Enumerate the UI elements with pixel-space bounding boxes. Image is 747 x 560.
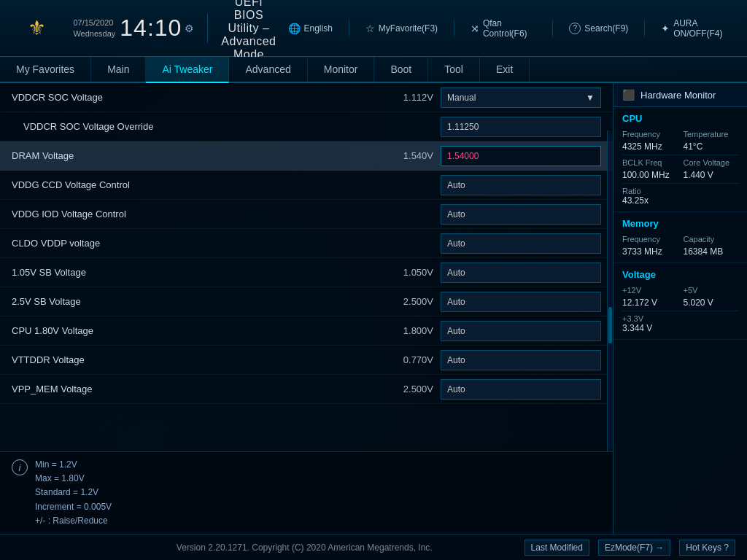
setting-value-dram: 1.540V bbox=[382, 150, 433, 161]
setting-label-vddcr-override: VDDCR SOC Voltage Override bbox=[12, 121, 382, 132]
settings-list: VDDCR SOC Voltage 1.112V Manual ▼ VDDCR … bbox=[0, 83, 613, 451]
nav-ai-tweaker[interactable]: Ai Tweaker bbox=[146, 57, 229, 83]
nav-tool[interactable]: Tool bbox=[428, 57, 480, 82]
core-voltage-value: 1.440 V bbox=[684, 170, 739, 180]
logo-area: ⚜ bbox=[7, 18, 66, 39]
aura-btn[interactable]: ✦ AURA ON/OFF(F4) bbox=[657, 16, 740, 41]
info-text: Min = 1.2V Max = 1.80V Standard = 1.2V I… bbox=[35, 458, 112, 528]
qfan-label: Qfan Control(F6) bbox=[483, 18, 537, 39]
v12-label: +12V bbox=[622, 286, 678, 295]
qfan-btn[interactable]: ⤨ Qfan Control(F6) bbox=[466, 16, 541, 41]
search-icon: ? bbox=[569, 23, 581, 34]
table-row: DRAM Voltage 1.540V 1.54000 bbox=[0, 141, 613, 171]
table-row: 1.05V SB Voltage 1.050V Auto bbox=[0, 258, 613, 287]
setting-label-dram: DRAM Voltage bbox=[12, 150, 382, 161]
top-controls: 🌐 English ☆ MyFavorite(F3) ⤨ Qfan Contro… bbox=[284, 16, 740, 41]
table-row: 2.5V SB Voltage 2.500V Auto bbox=[0, 287, 613, 316]
bclk-value: 100.00 MHz bbox=[622, 170, 678, 180]
setting-value-vddcr-soc: 1.112V bbox=[382, 92, 433, 103]
sb-1v05-input[interactable]: Auto bbox=[441, 262, 601, 283]
language-icon: 🌐 bbox=[288, 23, 301, 34]
hot-keys-btn[interactable]: Hot Keys ? bbox=[679, 540, 735, 556]
vddcr-soc-select[interactable]: Manual ▼ bbox=[441, 88, 601, 108]
content-area: VDDCR SOC Voltage 1.112V Manual ▼ VDDCR … bbox=[0, 83, 613, 534]
search-label: Search(F9) bbox=[584, 23, 628, 34]
mem-freq-value: 3733 MHz bbox=[622, 246, 678, 257]
language-btn[interactable]: 🌐 English bbox=[284, 20, 337, 36]
cpu-freq-label: Frequency bbox=[622, 130, 678, 139]
info-icon: i bbox=[12, 459, 28, 475]
mem-capacity-value: 16384 MB bbox=[684, 246, 739, 257]
cpu-temp-value: 41°C bbox=[684, 141, 739, 152]
settings-small-icon[interactable]: ⚙ bbox=[185, 23, 194, 34]
memory-grid: Frequency Capacity 3733 MHz 16384 MB bbox=[622, 235, 738, 257]
ratio-value: 43.25x bbox=[622, 195, 738, 206]
setting-label-vddg-ccd: VDDG CCD Voltage Control bbox=[12, 179, 382, 190]
v33-label: +3.3V bbox=[622, 314, 738, 323]
aura-label: AURA ON/OFF(F4) bbox=[673, 18, 735, 39]
myfavorite-btn[interactable]: ☆ MyFavorite(F3) bbox=[361, 20, 442, 36]
mem-capacity-label: Capacity bbox=[684, 235, 739, 244]
nav-advanced[interactable]: Advanced bbox=[229, 57, 307, 82]
cpu-grid: Frequency Temperature 4325 MHz 41°C bbox=[622, 130, 738, 152]
nav-exit[interactable]: Exit bbox=[480, 57, 530, 82]
nav-bar: My Favorites Main Ai Tweaker Advanced Mo… bbox=[0, 57, 747, 83]
cldo-input[interactable]: Auto bbox=[441, 233, 601, 254]
nav-monitor[interactable]: Monitor bbox=[308, 57, 375, 82]
table-row: VDDCR SOC Voltage 1.112V Manual ▼ bbox=[0, 83, 613, 112]
cpu-grid-2: BCLK Freq Core Voltage 100.00 MHz 1.440 … bbox=[622, 158, 738, 180]
setting-label-vttddr: VTTDDR Voltage bbox=[12, 354, 382, 365]
cpu-1v8-input[interactable]: Auto bbox=[441, 321, 601, 341]
bottom-bar: Version 2.20.1271. Copyright (C) 2020 Am… bbox=[0, 534, 747, 560]
table-row: VTTDDR Voltage 0.770V Auto bbox=[0, 346, 613, 375]
v5-label: +5V bbox=[684, 286, 739, 295]
nav-main[interactable]: Main bbox=[91, 57, 146, 82]
setting-label-vddg-iod: VDDG IOD Voltage Control bbox=[12, 209, 382, 219]
v33-value: 3.344 V bbox=[622, 323, 738, 333]
scrollbar-thumb[interactable] bbox=[608, 307, 612, 343]
table-row: CLDO VDDP voltage Auto bbox=[0, 229, 613, 258]
search-btn[interactable]: ? Search(F9) bbox=[565, 20, 632, 36]
table-row: VDDG IOD Voltage Control Auto bbox=[0, 200, 613, 229]
main-layout: VDDCR SOC Voltage 1.112V Manual ▼ VDDCR … bbox=[0, 83, 747, 534]
setting-label-cpu-1v8: CPU 1.80V Voltage bbox=[12, 325, 382, 336]
setting-value-cpu-1v8: 1.800V bbox=[382, 325, 433, 336]
v12-value: 12.172 V bbox=[622, 298, 678, 308]
bottom-controls: Last Modified EzMode(F7) → Hot Keys ? bbox=[525, 540, 735, 556]
vddg-iod-input[interactable]: Auto bbox=[441, 204, 601, 225]
v5-value: 5.020 V bbox=[684, 298, 739, 308]
vttddr-input[interactable]: Auto bbox=[441, 350, 601, 370]
nav-my-favorites[interactable]: My Favorites bbox=[0, 57, 91, 82]
sb-2v5-input[interactable]: Auto bbox=[441, 292, 601, 312]
cpu-freq-value: 4325 MHz bbox=[622, 141, 678, 152]
setting-label-vddcr-soc: VDDCR SOC Voltage bbox=[12, 92, 382, 103]
qfan-icon: ⤨ bbox=[471, 23, 479, 34]
ratio-label: Ratio bbox=[622, 187, 738, 195]
setting-label-sb-2v5: 2.5V SB Voltage bbox=[12, 296, 382, 307]
mem-freq-label: Frequency bbox=[622, 235, 678, 244]
asus-logo-icon: ⚜ bbox=[28, 18, 46, 39]
language-label: English bbox=[304, 23, 333, 34]
ezmode-btn[interactable]: EzMode(F7) → bbox=[598, 540, 670, 556]
vddg-ccd-input[interactable]: Auto bbox=[441, 175, 601, 195]
version-text: Version 2.20.1271. Copyright (C) 2020 Am… bbox=[85, 542, 525, 553]
time-display: 14:10 bbox=[120, 15, 182, 42]
last-modified-btn[interactable]: Last Modified bbox=[525, 540, 589, 556]
table-row: VPP_MEM Voltage 2.500V Auto bbox=[0, 375, 613, 404]
info-bar: i Min = 1.2V Max = 1.80V Standard = 1.2V… bbox=[0, 451, 613, 534]
setting-label-sb-1v05: 1.05V SB Voltage bbox=[12, 267, 382, 278]
hw-monitor-label: Hardware Monitor bbox=[640, 90, 716, 101]
myfavorite-icon: ☆ bbox=[365, 23, 375, 34]
memory-section-title: Memory bbox=[622, 218, 738, 229]
table-row: VDDCR SOC Voltage Override 1.11250 bbox=[0, 112, 613, 141]
dram-voltage-input[interactable]: 1.54000 bbox=[441, 146, 601, 166]
nav-boot[interactable]: Boot bbox=[374, 57, 428, 82]
setting-value-vttddr: 0.770V bbox=[382, 354, 433, 365]
vddcr-override-input[interactable]: 1.11250 bbox=[441, 117, 601, 137]
setting-label-cldo: CLDO VDDP voltage bbox=[12, 238, 382, 249]
hw-monitor-title: ⬛ Hardware Monitor bbox=[614, 83, 747, 107]
vpp-mem-input[interactable]: Auto bbox=[441, 379, 601, 400]
core-voltage-label: Core Voltage bbox=[684, 158, 739, 167]
setting-value-sb-2v5: 2.500V bbox=[382, 296, 433, 307]
setting-label-vpp-mem: VPP_MEM Voltage bbox=[12, 384, 382, 394]
